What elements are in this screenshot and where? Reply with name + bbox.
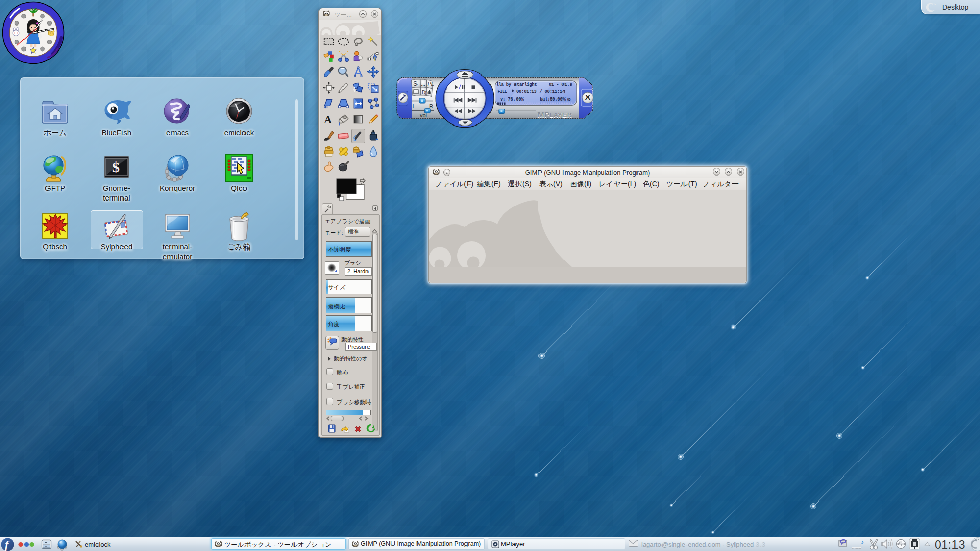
- svg-text:vol: vol: [420, 112, 427, 118]
- svg-text:S: S: [413, 80, 418, 87]
- svg-text:L: L: [413, 103, 416, 109]
- svg-text:PL: PL: [428, 81, 434, 87]
- svg-text:01 - 01.s: 01 - 01.s: [549, 82, 572, 87]
- svg-text:bal:50.00%: bal:50.00%: [540, 97, 566, 102]
- svg-text:MPLAYER: MPLAYER: [537, 110, 572, 119]
- svg-text:$: $: [112, 159, 120, 176]
- svg-text:...: ...: [421, 81, 426, 87]
- svg-text:A: A: [324, 114, 332, 126]
- svg-text:00:01:13 / 00:11:14: 00:01:13 / 00:11:14: [516, 89, 566, 94]
- svg-text:v: 76.00%: v: 76.00%: [500, 97, 524, 102]
- svg-text:X: X: [585, 93, 591, 102]
- svg-text:∞: ∞: [567, 96, 571, 103]
- svg-text:FILE: FILE: [498, 89, 507, 94]
- svg-text:lla_by_starlight: lla_by_starlight: [496, 82, 537, 87]
